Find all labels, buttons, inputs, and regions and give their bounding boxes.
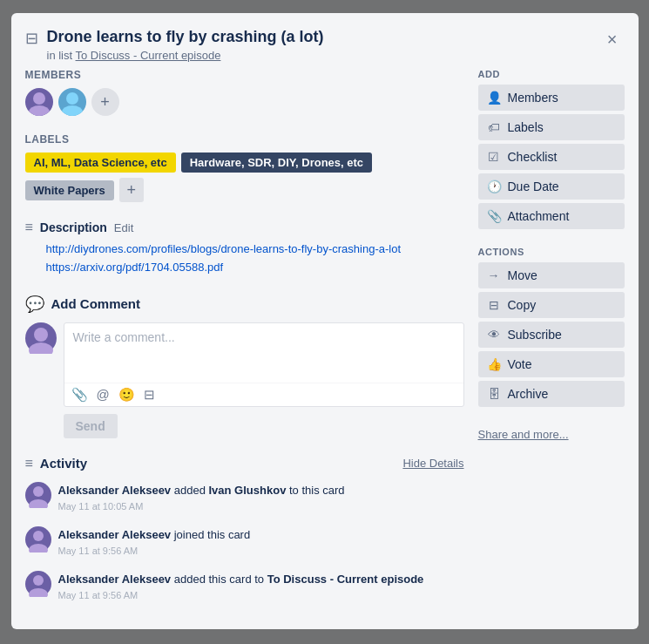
activity-avatar-1	[25, 482, 51, 508]
vote-icon: 👍	[487, 357, 501, 371]
modal-header-content: Drone learns to fly by crashing (a lot) …	[47, 27, 592, 62]
comment-icon: 💬	[25, 295, 44, 314]
members-section: Members +	[25, 69, 464, 116]
subtitle-text: in list	[47, 49, 73, 62]
description-header: ≡ Description Edit	[25, 220, 464, 235]
activity-title: Activity	[40, 456, 87, 471]
send-button[interactable]: Send	[64, 414, 118, 438]
description-link-1[interactable]: http://diydrones.com/profiles/blogs/dron…	[46, 241, 464, 259]
activity-section: ≡ Activity Hide Details Aleksander Aleks…	[25, 456, 464, 603]
sidebar-move-button[interactable]: → Move	[478, 262, 625, 288]
sidebar-duedate-button[interactable]: 🕐 Due Date	[478, 173, 625, 200]
members-row: +	[25, 88, 464, 116]
attachment-icon[interactable]: 📎	[71, 387, 88, 403]
label-tag-ai[interactable]: AI, ML, Data Science, etc	[25, 153, 176, 173]
activity-icon: ≡	[25, 456, 33, 471]
activity-avatar-2	[25, 526, 51, 552]
add-comment-header: 💬 Add Comment	[25, 295, 464, 314]
activity-actor-1: Aleksander Alekseev	[58, 484, 172, 497]
sidebar-checklist-label: Checklist	[508, 150, 558, 164]
checklist-icon: ☑	[487, 150, 501, 164]
sidebar-attachment-label: Attachment	[508, 209, 570, 223]
members-icon: 👤	[487, 91, 501, 105]
move-icon: →	[487, 268, 501, 282]
emoji-icon[interactable]: 🙂	[118, 387, 135, 403]
activity-target-3: To Discuss - Current episode	[267, 573, 424, 586]
modal-header: ⊟ Drone learns to fly by crashing (a lot…	[11, 13, 639, 69]
comment-input-row: 📎 @ 🙂 ⊟	[25, 322, 464, 407]
modal-main: Members + Labels AI, ML	[25, 69, 478, 615]
add-comment-title: Add Comment	[51, 296, 141, 311]
activity-item-3: Aleksander Alekseev added this card to T…	[25, 571, 464, 603]
sidebar-subscribe-button[interactable]: 👁 Subscribe	[478, 322, 625, 348]
mention-icon[interactable]: @	[97, 387, 110, 402]
sidebar-attachment-button[interactable]: 📎 Attachment	[478, 203, 625, 229]
add-member-button[interactable]: +	[91, 88, 119, 116]
sidebar-subscribe-label: Subscribe	[508, 328, 562, 342]
close-button[interactable]: ×	[600, 27, 625, 51]
description-links: http://diydrones.com/profiles/blogs/dron…	[25, 241, 464, 277]
add-comment-section: 💬 Add Comment 📎 @ 🙂	[25, 295, 464, 438]
label-tag-whitepapers[interactable]: White Papers	[25, 180, 114, 200]
modal-body: Members + Labels AI, ML	[11, 69, 639, 629]
activity-time-3: May 11 at 9:56 AM	[58, 588, 424, 603]
activity-text-3: Aleksander Alekseev added this card to T…	[58, 571, 424, 603]
svg-point-3	[62, 105, 83, 116]
sidebar-vote-label: Vote	[508, 357, 532, 371]
svg-point-11	[29, 588, 48, 597]
modal-subtitle: in list To Discuss - Current episode	[47, 49, 592, 62]
sidebar-archive-label: Archive	[508, 387, 549, 401]
sidebar-copy-button[interactable]: ⊟ Copy	[478, 292, 625, 318]
sidebar-labels-label: Labels	[508, 120, 544, 134]
description-section: ≡ Description Edit http://diydrones.com/…	[25, 220, 464, 277]
sidebar-actions-section: Actions → Move ⊟ Copy 👁 Subscribe 👍	[478, 247, 625, 407]
list-link[interactable]: To Discuss - Current episode	[76, 49, 221, 62]
comment-textarea[interactable]	[64, 323, 463, 379]
description-link-2[interactable]: https://arxiv.org/pdf/1704.05588.pdf	[46, 259, 464, 277]
svg-point-5	[29, 342, 53, 354]
archive-icon: 🗄	[487, 387, 501, 401]
share-more-link[interactable]: Share and more...	[478, 424, 569, 444]
sidebar-vote-button[interactable]: 👍 Vote	[478, 351, 625, 377]
members-label: Members	[25, 69, 464, 81]
description-edit-link[interactable]: Edit	[114, 221, 133, 234]
sidebar-duedate-label: Due Date	[508, 180, 559, 193]
hide-details-button[interactable]: Hide Details	[402, 457, 463, 470]
svg-point-0	[33, 92, 45, 105]
activity-suffix-1: to this card	[289, 484, 345, 497]
modal-title: Drone learns to fly by crashing (a lot)	[47, 27, 592, 47]
svg-point-10	[33, 575, 44, 586]
modal-sidebar: Add 👤 Members 🏷 Labels ☑ Checklist 🕐	[478, 69, 625, 615]
activity-avatar-3	[25, 571, 51, 597]
activity-text-1: Aleksander Alekseev added Ivan Glushkov …	[58, 482, 345, 514]
activity-item: Aleksander Alekseev added Ivan Glushkov …	[25, 482, 464, 514]
sidebar-checklist-button[interactable]: ☑ Checklist	[478, 144, 625, 170]
sidebar-copy-label: Copy	[508, 298, 537, 312]
attachment-sidebar-icon: 📎	[487, 209, 501, 223]
labels-label: Labels	[25, 133, 464, 146]
sidebar-move-label: Move	[508, 268, 537, 282]
add-label-button[interactable]: +	[119, 178, 144, 202]
svg-point-8	[33, 531, 44, 541]
comment-toolbar: 📎 @ 🙂 ⊟	[64, 383, 463, 406]
activity-left: ≡ Activity	[25, 456, 88, 471]
current-user-avatar	[25, 322, 57, 354]
label-tag-hardware[interactable]: Hardware, SDR, DIY, Drones, etc	[181, 153, 372, 173]
sidebar-members-button[interactable]: 👤 Members	[478, 85, 625, 111]
activity-action-1: added	[174, 484, 209, 497]
sidebar-archive-button[interactable]: 🗄 Archive	[478, 381, 625, 407]
activity-time-1: May 11 at 10:05 AM	[58, 499, 345, 514]
activity-actor-2: Aleksander Alekseev	[58, 528, 172, 541]
svg-point-6	[33, 486, 44, 497]
sidebar-add-section: Add 👤 Members 🏷 Labels ☑ Checklist 🕐	[478, 69, 625, 229]
subscribe-icon: 👁	[487, 328, 501, 342]
modal-overlay: ⊟ Drone learns to fly by crashing (a lot…	[0, 0, 649, 644]
sidebar-actions-title: Actions	[478, 247, 625, 257]
sidebar-add-title: Add	[478, 69, 625, 79]
avatar-aleksander	[25, 88, 53, 116]
duedate-icon: 🕐	[487, 180, 501, 193]
sidebar-labels-button[interactable]: 🏷 Labels	[478, 114, 625, 140]
card-icon-toolbar[interactable]: ⊟	[144, 387, 155, 403]
activity-actor-3: Aleksander Alekseev	[58, 573, 172, 586]
description-title: Description	[40, 220, 107, 234]
